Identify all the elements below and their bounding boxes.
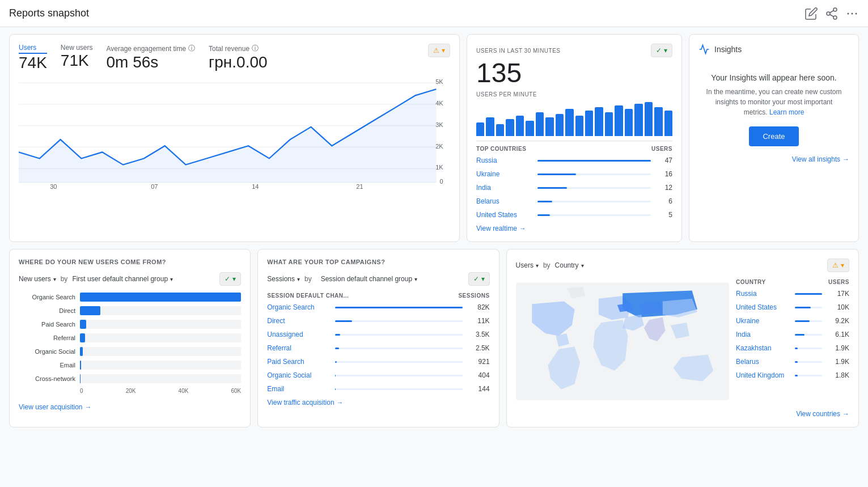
dropdown-arrow: ▾ (664, 46, 667, 54)
s-direct-value: 11K (467, 317, 490, 325)
session-direct: Direct 11K (267, 317, 489, 325)
country-us[interactable]: United States (476, 211, 533, 219)
more-icon[interactable] (845, 7, 859, 20)
cl-belarus[interactable]: Belarus (736, 358, 790, 366)
view-user-acquisition-link[interactable]: View user acquisition → (19, 403, 241, 411)
country-col: COUNTRY (736, 279, 766, 285)
session-channel-filter[interactable]: Session default channel group ▾ (321, 275, 417, 283)
bar-20 (664, 111, 672, 136)
india-bar-fill (537, 187, 567, 189)
view-all-insights-link[interactable]: View all insights → (698, 155, 849, 163)
cl-russia[interactable]: Russia (736, 290, 790, 298)
channel-group-filter[interactable]: First user default channel group ▾ (72, 275, 173, 283)
share-icon[interactable] (825, 7, 839, 20)
bar-direct: Direct (19, 306, 241, 315)
session-organic-social-label[interactable]: Organic Social (267, 371, 331, 379)
realtime-card: USERS IN LAST 30 MINUTES ✓ ▾ 135 USERS P… (467, 34, 682, 242)
metric-engagement: Average engagement time ⓘ 0m 56s (107, 44, 196, 72)
new-users-filter[interactable]: New users ▾ (19, 275, 56, 283)
users-label[interactable]: Users (19, 44, 47, 54)
realtime-title: USERS IN LAST 30 MINUTES (476, 48, 561, 54)
learn-more-link[interactable]: Learn more (769, 108, 804, 116)
users-country-filter[interactable]: Users ▾ (516, 261, 539, 269)
view-countries-link[interactable]: View countries → (516, 410, 849, 418)
bar-14 (605, 112, 613, 136)
session-referral-label[interactable]: Referral (267, 344, 331, 352)
revenue-info-icon[interactable]: ⓘ (252, 44, 259, 53)
dropdown-arrow-3: ▾ (481, 275, 485, 283)
direct-fill (80, 306, 100, 315)
cl-uk-val: 1.8K (827, 371, 849, 379)
world-map-svg (516, 279, 729, 404)
country-group-filter[interactable]: Country ▾ (555, 261, 584, 269)
session-direct-label[interactable]: Direct (267, 317, 331, 325)
session-organic-search-label[interactable]: Organic Search (267, 303, 331, 311)
engagement-value: 0m 56s (107, 53, 196, 71)
bar-4 (506, 119, 514, 136)
country-belarus[interactable]: Belarus (476, 197, 533, 205)
engagement-label[interactable]: Average engagement time ⓘ (107, 44, 196, 53)
bottom-row: WHERE DO YOUR NEW USERS COME FROM? New u… (9, 249, 859, 427)
users-status-btn[interactable]: ⚠ ▾ (428, 44, 450, 57)
country-russia[interactable]: Russia (476, 156, 533, 164)
cl-india[interactable]: India (736, 331, 790, 338)
session-channel-col: SESSION DEFAULT CHAN... (267, 293, 349, 299)
cl-us-val: 10K (827, 303, 849, 311)
sessions-filter[interactable]: Sessions ▾ (267, 275, 300, 283)
session-paid-search-label[interactable]: Paid Search (267, 358, 331, 366)
create-button[interactable]: Create (749, 126, 798, 146)
countries-status-btn[interactable]: ⚠ ▾ (827, 259, 849, 272)
cl-ukraine[interactable]: Ukraine (736, 317, 790, 325)
country-table-header: TOP COUNTRIES USERS (476, 146, 672, 152)
cl-row-india: India 6.1K (736, 331, 849, 338)
s-paid-bar-bg (335, 361, 462, 363)
session-unassigned: Unassigned 3.5K (267, 331, 489, 338)
campaigns-status-btn[interactable]: ✓ ▾ (468, 272, 490, 286)
engagement-info-icon[interactable]: ⓘ (188, 44, 195, 53)
s-paid-value: 921 (467, 358, 490, 366)
view-realtime-link[interactable]: View realtime → (476, 225, 672, 232)
cl-kazakhstan[interactable]: Kazakhstan (736, 344, 790, 352)
by-label-2: by (304, 275, 312, 283)
bar-12 (585, 111, 593, 136)
edit-icon[interactable] (805, 7, 818, 20)
session-email-label[interactable]: Email (267, 385, 331, 393)
session-paid-search: Paid Search 921 (267, 358, 489, 366)
acquisition-status-btn[interactable]: ✓ ▾ (219, 272, 241, 286)
s-organic-value: 82K (467, 303, 490, 311)
russia-bar-bg (537, 160, 651, 162)
belarus-bar-fill (537, 201, 552, 202)
us-bar-bg (537, 214, 651, 216)
india-bar-bg (537, 187, 651, 189)
check-icon-3: ✓ (473, 275, 479, 283)
sessions-table-header: SESSION DEFAULT CHAN... SESSIONS (267, 293, 489, 299)
cl-uk[interactable]: United Kingdom (736, 371, 790, 379)
us-value: 5 (655, 211, 672, 219)
s-email-bar-bg (335, 388, 462, 390)
bar-organic-social: Organic Social (19, 347, 241, 356)
bar-13 (595, 107, 603, 136)
country-ukraine[interactable]: Ukraine (476, 170, 533, 178)
insights-body: Your Insights will appear here soon. In … (698, 64, 849, 155)
svg-text:Apr: Apr (49, 189, 59, 190)
session-unassigned-label[interactable]: Unassigned (267, 331, 331, 338)
session-organic-search: Organic Search 82K (267, 303, 489, 311)
country-row-russia: Russia 47 (476, 156, 672, 164)
organic-social-fill (80, 347, 83, 356)
cl-us[interactable]: United States (736, 303, 790, 311)
referral-fill (80, 333, 85, 342)
new-users-label[interactable]: New users (61, 44, 93, 52)
cl-row-kazakhstan: Kazakhstan 1.9K (736, 344, 849, 352)
view-traffic-acquisition-link[interactable]: View traffic acquisition → (267, 399, 489, 406)
country-india[interactable]: India (476, 184, 533, 192)
cl-row-us: United States 10K (736, 303, 849, 311)
users-col-label: USERS (651, 146, 672, 152)
world-map-section (516, 279, 729, 405)
ukraine-bar-fill (537, 173, 576, 175)
bar-15 (615, 105, 623, 136)
referral-label: Referral (19, 334, 75, 341)
organic-search-track (80, 293, 241, 302)
realtime-status-btn[interactable]: ✓ ▾ (651, 44, 672, 57)
check-icon-2: ✓ (225, 275, 230, 283)
revenue-label[interactable]: Total revenue ⓘ (209, 44, 268, 53)
